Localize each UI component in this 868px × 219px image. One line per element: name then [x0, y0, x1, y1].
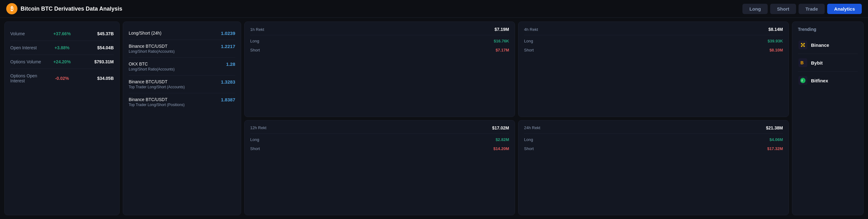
trending-item-binance[interactable]: Binance: [798, 36, 858, 54]
longshort-row: Binance BTC/USDT Top Trader Long/Short (…: [129, 76, 235, 93]
rekt-24h-total: $21.38M: [766, 126, 783, 130]
nav-bar: Long Short Trade Analytics: [742, 4, 862, 14]
rekt-24h-long-label: Long: [524, 137, 533, 142]
ls-main-label-4: Binance BTC/USDT: [129, 97, 184, 102]
svg-text:B: B: [800, 60, 804, 65]
longshort-card: Long/Short (24h) 1.0239 Binance BTC/USDT…: [123, 22, 241, 215]
rekt-1h-long-label: Long: [250, 39, 259, 44]
stat-value-3: $34.05B: [79, 76, 114, 81]
ls-main-label-1: Binance BTC/USDT: [129, 44, 175, 49]
stat-change-2: +24.20%: [45, 59, 80, 64]
trending-list: Binance B Bybit f Bitfinex: [798, 36, 858, 89]
nav-analytics-button[interactable]: Analytics: [827, 4, 862, 14]
rekt-grid: 1h Rekt $7.19M Long $16.76K Short $7.17M…: [244, 22, 789, 215]
ls-main-label-2: OKX BTC: [129, 61, 175, 66]
rekt-24h-header: 24h Rekt $21.38M: [524, 126, 783, 134]
trending-card: Trending Binance B Bybit f Bitfinex: [792, 22, 864, 215]
rekt-4h-short-row: Short $8.10M: [524, 46, 783, 55]
rekt-4h-short-label: Short: [524, 48, 534, 52]
longshort-row: Binance BTC/USDT Top Trader Long/Short (…: [129, 93, 235, 111]
bitcoin-logo-icon: ₿: [6, 3, 18, 15]
ls-label-group-0: Long/Short (24h): [129, 31, 161, 35]
rekt-12h-long-row: Long $2.82M: [250, 135, 509, 144]
stat-label-1: Open Interest: [10, 45, 45, 50]
ls-sub-label-1: Long/Short Ratio(Accounts): [129, 49, 175, 54]
binance-icon: [798, 40, 808, 50]
rekt-top-row: 1h Rekt $7.19M Long $16.76K Short $7.17M…: [244, 22, 789, 117]
ls-value-2: 1.28: [226, 61, 235, 67]
trending-name-0: Binance: [811, 43, 829, 48]
ls-main-label-0: Long/Short (24h): [129, 31, 161, 35]
ls-sub-label-2: Long/Short Ratio(Accounts): [129, 67, 175, 72]
ls-value-4: 1.8387: [221, 97, 235, 102]
rekt-12h-long-label: Long: [250, 137, 259, 142]
stat-row: Options Open Interest -0.02% $34.05B: [10, 69, 114, 88]
ls-main-label-3: Binance BTC/USDT: [129, 79, 185, 84]
rekt-24h-long-row: Long $4.06M: [524, 135, 783, 144]
longshort-row: Long/Short (24h) 1.0239: [129, 27, 235, 40]
nav-long-button[interactable]: Long: [742, 4, 768, 14]
trending-item-bitfinex[interactable]: f Bitfinex: [798, 72, 858, 89]
nav-short-button[interactable]: Short: [770, 4, 796, 14]
ls-label-group-4: Binance BTC/USDT Top Trader Long/Short (…: [129, 97, 184, 107]
rekt-4h-long-value: $39.93K: [768, 39, 783, 44]
rekt-1h-long-row: Long $16.76K: [250, 36, 509, 46]
rekt-12h-short-value: $14.20M: [493, 146, 509, 151]
rekt-4h-short-value: $8.10M: [770, 48, 783, 52]
rekt-1h-long-value: $16.76K: [494, 39, 509, 44]
stat-row: Open Interest +3.88% $54.04B: [10, 41, 114, 55]
rekt-4h-card: 4h Rekt $8.14M Long $39.93K Short $8.10M: [518, 22, 789, 117]
stat-value-2: $793.31M: [79, 59, 114, 64]
ls-value-1: 1.2217: [221, 44, 235, 49]
ls-sub-label-4: Top Trader Long/Short (Positions): [129, 103, 184, 107]
rekt-1h-short-value: $7.17M: [496, 48, 509, 52]
main-content: Volume +37.66% $45.37B Open Interest +3.…: [0, 18, 868, 219]
rekt-1h-card: 1h Rekt $7.19M Long $16.76K Short $7.17M: [244, 22, 515, 117]
stat-change-3: -0.02%: [45, 76, 80, 81]
rekt-1h-total: $7.19M: [494, 27, 509, 32]
longshort-row: OKX BTC Long/Short Ratio(Accounts) 1.28: [129, 58, 235, 76]
rekt-4h-long-label: Long: [524, 39, 533, 44]
rekt-24h-title: 24h Rekt: [524, 126, 540, 130]
rekt-1h-short-label: Short: [250, 48, 260, 52]
stats-card: Volume +37.66% $45.37B Open Interest +3.…: [4, 22, 120, 215]
ls-label-group-2: OKX BTC Long/Short Ratio(Accounts): [129, 61, 175, 72]
rekt-24h-card: 24h Rekt $21.38M Long $4.06M Short $17.3…: [518, 120, 789, 216]
stat-change-1: +3.88%: [45, 45, 80, 50]
stat-label-2: Options Volume: [10, 59, 45, 64]
rekt-12h-short-row: Short $14.20M: [250, 144, 509, 153]
rekt-1h-short-row: Short $7.17M: [250, 46, 509, 55]
stat-label-0: Volume: [10, 31, 45, 36]
trending-name-2: Bitfinex: [811, 78, 828, 83]
longshort-row: Binance BTC/USDT Long/Short Ratio(Accoun…: [129, 40, 235, 58]
page-title: Bitcoin BTC Derivatives Data Analysis: [21, 6, 122, 12]
rekt-12h-total: $17.02M: [492, 126, 509, 130]
svg-point-9: [800, 78, 806, 83]
stat-value-1: $54.04B: [79, 45, 114, 50]
nav-trade-button[interactable]: Trade: [799, 4, 825, 14]
rekt-12h-short-label: Short: [250, 146, 260, 151]
rekt-24h-long-value: $4.06M: [770, 137, 783, 142]
header-left: ₿ Bitcoin BTC Derivatives Data Analysis: [6, 3, 122, 15]
stat-change-0: +37.66%: [45, 31, 80, 36]
ls-value-3: 1.3283: [221, 79, 235, 85]
rekt-4h-long-row: Long $39.93K: [524, 36, 783, 46]
rekt-24h-short-row: Short $17.32M: [524, 144, 783, 153]
rekt-12h-header: 12h Rekt $17.02M: [250, 126, 509, 134]
ls-sub-label-3: Top Trader Long/Short (Accounts): [129, 85, 185, 89]
rekt-1h-header: 1h Rekt $7.19M: [250, 27, 509, 35]
ls-label-group-1: Binance BTC/USDT Long/Short Ratio(Accoun…: [129, 44, 175, 54]
bitfinex-icon: f: [798, 76, 808, 85]
trending-item-bybit[interactable]: B Bybit: [798, 54, 858, 72]
rekt-bottom-row: 12h Rekt $17.02M Long $2.82M Short $14.2…: [244, 120, 789, 216]
rekt-4h-title: 4h Rekt: [524, 27, 538, 32]
rekt-4h-header: 4h Rekt $8.14M: [524, 27, 783, 35]
ls-value-0: 1.0239: [221, 31, 235, 36]
stat-label-3: Options Open Interest: [10, 73, 45, 83]
rekt-12h-title: 12h Rekt: [250, 126, 267, 130]
rekt-12h-long-value: $2.82M: [496, 137, 509, 142]
rekt-12h-card: 12h Rekt $17.02M Long $2.82M Short $14.2…: [244, 120, 515, 216]
header: ₿ Bitcoin BTC Derivatives Data Analysis …: [0, 0, 868, 18]
trending-name-1: Bybit: [811, 60, 823, 65]
bybit-icon: B: [798, 58, 808, 68]
